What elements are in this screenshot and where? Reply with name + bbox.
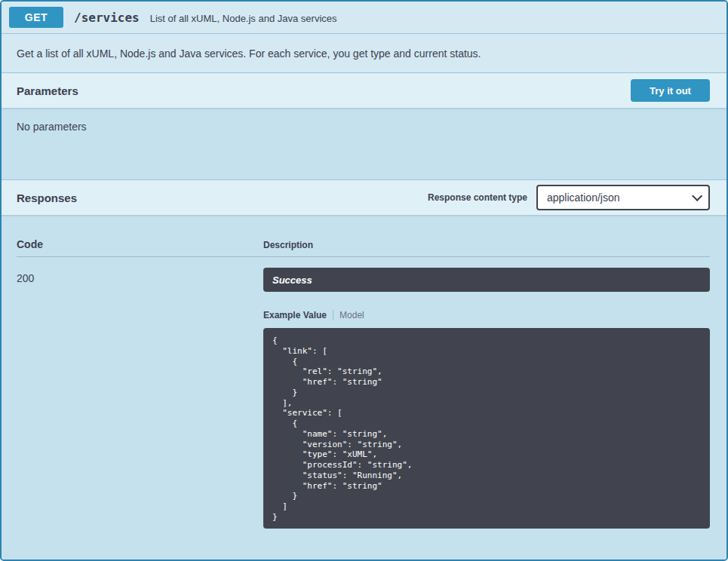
response-content-type-label: Response content type	[428, 192, 527, 203]
opblock-get-services: GET /services List of all xUML, Node.js …	[0, 0, 728, 561]
response-content-type-select[interactable]: application/json	[536, 185, 710, 210]
chevron-down-icon	[692, 191, 702, 201]
parameters-body: No parameters	[2, 109, 726, 179]
parameters-title: Parameters	[17, 84, 78, 97]
response-description-badge: Success	[263, 268, 710, 292]
endpoint-summary-row[interactable]: GET /services List of all xUML, Node.js …	[2, 2, 726, 33]
try-it-out-button[interactable]: Try it out	[631, 79, 710, 102]
tab-example-value[interactable]: Example Value	[263, 310, 327, 320]
example-json-block[interactable]: { "link": [ { "rel": "string", "href": "…	[263, 328, 710, 529]
responses-body: Code Description 200 Success Example Val…	[2, 216, 726, 559]
responses-section-header: Responses Response content type applicat…	[2, 179, 726, 216]
responses-table-header: Code Description	[17, 238, 710, 257]
response-content-type-value: application/json	[547, 192, 620, 204]
method-badge: GET	[9, 7, 63, 28]
response-code: 200	[17, 268, 263, 529]
tab-model[interactable]: Model	[339, 310, 364, 320]
tab-separator	[333, 310, 333, 320]
endpoint-summary-text: List of all xUML, Node.js and Java servi…	[150, 11, 337, 24]
endpoint-path: /services	[74, 11, 140, 25]
description-column-header: Description	[263, 238, 710, 250]
parameters-section-header: Parameters Try it out	[2, 72, 726, 109]
endpoint-description: Get a list of all xUML, Node.js and Java…	[17, 48, 481, 60]
response-content-type-wrap: Response content type application/json	[428, 185, 710, 210]
code-column-header: Code	[17, 238, 263, 250]
example-model-tabs: Example Value Model	[263, 310, 710, 320]
responses-title: Responses	[17, 192, 77, 204]
endpoint-description-row: Get a list of all xUML, Node.js and Java…	[2, 33, 726, 72]
no-parameters-message: No parameters	[17, 121, 87, 133]
response-row-200: 200 Success Example Value Model { "link"…	[17, 257, 710, 529]
